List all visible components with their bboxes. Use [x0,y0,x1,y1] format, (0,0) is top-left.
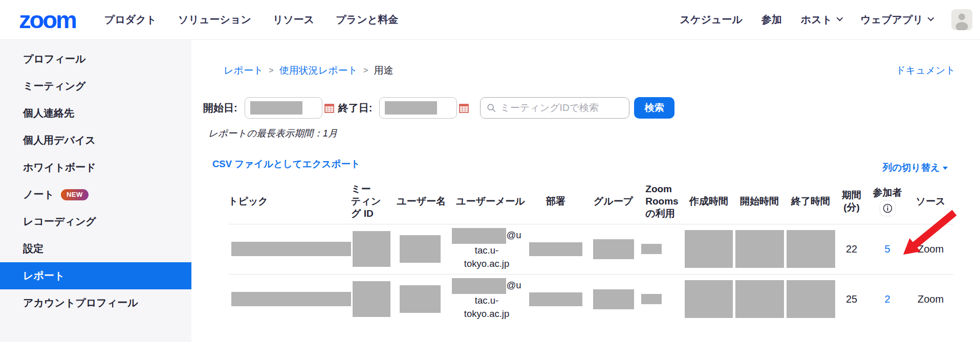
col-meeting-id: ミー ティン グ ID [351,179,392,224]
user-name-cell [392,274,448,324]
search-button[interactable]: 検索 [634,97,674,119]
documentation-link[interactable]: ドキュメント [896,64,955,77]
redacted-block [529,242,582,256]
redacted-block [593,289,634,309]
zoom-rooms-cell [640,224,684,274]
user-name-cell [392,224,448,274]
nav-join[interactable]: 参加 [761,13,782,27]
redacted-block [250,101,302,115]
breadcrumb-separator: > [269,66,273,75]
breadcrumb-separator: > [363,66,368,75]
end-time-cell [785,274,836,324]
redacted-block [735,280,784,318]
redacted-block [787,280,835,318]
calendar-icon[interactable] [324,103,334,113]
created-time-cell [684,224,734,274]
start-date-input[interactable] [245,97,322,119]
redacted-block [385,101,437,115]
col-start-time: 開始時間 [734,179,785,224]
col-source: ソース [908,179,953,224]
source-cell: Zoom [908,224,953,274]
person-icon [951,9,972,30]
topic-cell [228,274,351,324]
duration-cell: 25 [836,274,867,324]
chevron-down-icon [837,14,843,21]
department-cell [525,274,586,324]
redacted-block [353,281,390,317]
usage-report-table: トピック ミー ティン グ ID ユーザー名 ユーザーメール 部署 グループ Z… [228,179,953,324]
chevron-down-icon [928,14,934,21]
start-time-cell [734,274,785,324]
sidebar-item-whiteboard[interactable]: ホワイトボード [0,154,191,181]
end-date-input[interactable] [379,97,457,119]
redacted-block [231,242,351,256]
nav-solutions[interactable]: ソリューション [178,13,251,27]
sidebar-item-profile[interactable]: プロフィール [0,45,191,73]
col-created-time: 作成時間 [684,179,734,224]
redacted-block [400,235,441,263]
breadcrumb-reports-link[interactable]: レポート [224,64,263,77]
topic-cell [228,224,351,274]
participants-count-link[interactable]: 2 [884,293,890,305]
sidebar-item-notes[interactable]: ノート NEW [0,181,191,208]
end-time-cell [785,224,836,274]
department-cell [525,224,586,274]
nav-resources[interactable]: リソース [273,13,314,27]
report-filter-row: 開始日: 終了日: [203,97,674,119]
sidebar-item-recordings[interactable]: レコーディング [0,208,191,235]
triangle-down-icon [943,167,948,170]
table-header-row: トピック ミー ティン グ ID ユーザー名 ユーザーメール 部署 グループ Z… [228,179,953,224]
redacted-block [641,244,662,254]
redacted-block [593,239,634,259]
meeting-id-cell [351,274,392,324]
col-topic: トピック [228,179,351,224]
sidebar-item-meetings[interactable]: ミーティング [0,73,191,100]
sidebar-item-reports[interactable]: レポート [0,262,191,289]
search-icon [487,103,496,113]
report-period-note: レポートの最長表示期間：1月 [208,127,338,140]
source-cell: Zoom [908,274,953,324]
col-group: グループ [586,179,640,224]
nav-schedule[interactable]: スケジュール [680,13,742,27]
col-end-time: 終了時間 [785,179,836,224]
redacted-block [685,280,732,318]
main-nav: プロダクト ソリューション リソース プランと料金 [104,13,398,27]
nav-plans-pricing[interactable]: プランと料金 [336,13,398,27]
redacted-block [735,230,784,268]
breadcrumb: レポート > 使用状況レポート > 用途 [224,64,393,77]
user-avatar[interactable] [951,9,972,30]
redacted-block [641,294,662,304]
redacted-block [452,278,506,294]
sidebar-item-account-profile[interactable]: アカウントプロフィール [0,289,191,316]
nav-host-label: ホスト [801,13,832,27]
breadcrumb-current-page: 用途 [374,64,393,77]
nav-web-app-label: ウェブアプリ [860,13,923,27]
redacted-block [529,292,582,306]
toggle-columns-dropdown[interactable]: 列の切り替え [883,161,948,174]
info-icon[interactable] [880,200,896,216]
sidebar-item-settings[interactable]: 設定 [0,235,191,262]
zoom-logo[interactable]: zoom [19,8,76,32]
user-email-cell: @u tac.u- tokyo.ac.jp [448,274,525,324]
top-navigation-bar: zoom プロダクト ソリューション リソース プランと料金 スケジュール 参加… [0,0,980,40]
sidebar-item-notes-label: ノート [23,188,54,201]
table-row: @u tac.u- tokyo.ac.jp 22 5 Zoom [228,224,953,274]
nav-host[interactable]: ホスト [801,13,841,27]
user-email-cell: @u tac.u- tokyo.ac.jp [448,224,525,274]
group-cell [586,224,640,274]
nav-web-app[interactable]: ウェブアプリ [860,13,932,27]
calendar-icon[interactable] [459,103,469,113]
redacted-block [452,228,506,244]
sidebar-item-contacts[interactable]: 個人連絡先 [0,100,191,127]
participants-count-link[interactable]: 5 [884,243,890,255]
sidebar-item-devices[interactable]: 個人用デバイス [0,127,191,154]
main-content: レポート > 使用状況レポート > 用途 ドキュメント 開始日: 終了日: [191,40,980,342]
participants-cell: 5 [867,224,908,274]
search-input[interactable] [500,102,623,113]
col-user-email: ユーザーメール [448,179,525,224]
breadcrumb-usage-report-link[interactable]: 使用状況レポート [279,64,358,77]
nav-products[interactable]: プロダクト [104,13,157,27]
end-date-label: 終了日: [338,101,373,115]
export-csv-link[interactable]: CSV ファイルとしてエクスポート [212,157,360,170]
col-user-name: ユーザー名 [392,179,448,224]
